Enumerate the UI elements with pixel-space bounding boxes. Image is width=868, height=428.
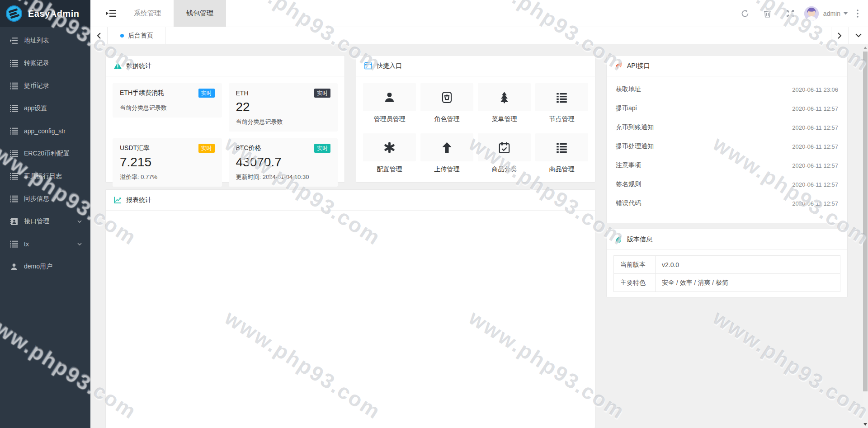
api-item-get-address[interactable]: 获取地址 2020-06-11 23:06 — [616, 80, 838, 99]
sidebar-item-tool-logs[interactable]: 工具运行日志 — [0, 165, 90, 188]
leaf-icon — [615, 235, 623, 243]
refresh-icon — [741, 9, 749, 18]
quick-entry-product-category[interactable]: 商品分类 — [478, 133, 531, 174]
quick-entry-admins[interactable]: 管理员管理 — [363, 83, 416, 123]
chevron-left-icon — [97, 33, 101, 39]
quick-entry-config[interactable]: 配置管理 — [363, 133, 416, 174]
quick-entry-uploads[interactable]: 上传管理 — [420, 133, 473, 174]
panel-data-statistics: 数据统计 ETH手续费消耗 实时 当前分类总记录数 ETH — [105, 55, 345, 183]
realtime-badge: 实时 — [314, 89, 330, 98]
top-tab-system[interactable]: 系统管理 — [121, 0, 174, 27]
panel-title: 快捷入口 — [377, 62, 402, 70]
sidebar-item-erc20-config[interactable]: ERC20币种配置 — [0, 142, 90, 165]
window-icon — [364, 62, 372, 70]
panel-quick-entry-header: 快捷入口 — [356, 56, 595, 76]
topbar-actions: admin — [734, 0, 868, 27]
quick-entry-products[interactable]: 商品管理 — [535, 133, 588, 174]
realtime-badge: 实时 — [314, 144, 330, 153]
page-tab-strip: 后台首页 — [90, 27, 868, 44]
panel-data-statistics-header: 数据统计 — [106, 56, 344, 76]
sidebar-item-transfer-records[interactable]: 转账记录 — [0, 52, 90, 75]
vertical-scrollbar[interactable] — [863, 44, 868, 428]
tab-scroll-left-button[interactable] — [90, 27, 108, 44]
version-table: 当前版本 v2.0.0 主要特色 安全 / 效率 / 清爽 / 极简 — [613, 255, 840, 292]
left-columns: 数据统计 ETH手续费消耗 实时 当前分类总记录数 ETH — [105, 55, 595, 428]
stat-card-eth: ETH 实时 22 当前分类总记录数 — [229, 83, 338, 132]
quick-entry-roles[interactable]: 角色管理 — [420, 83, 473, 123]
api-item-signature-rules[interactable]: 签名规则 2020-06-11 12:57 — [616, 175, 838, 194]
tab-home[interactable]: 后台首页 — [108, 27, 166, 44]
realtime-badge: 实时 — [198, 89, 215, 98]
top-bar: 系统管理 钱包管理 — [90, 0, 868, 27]
panel-api-header: API接口 — [607, 56, 847, 76]
scrollbar-up-arrow[interactable] — [863, 45, 868, 51]
chart-line-icon — [114, 196, 122, 204]
tab-options-button[interactable] — [848, 27, 868, 44]
sidebar-menu: 地址列表 转账记录 提币记录 app设置 app_config_str ERC2… — [0, 27, 90, 278]
list-icon — [556, 141, 568, 154]
realtime-badge: 实时 — [198, 144, 215, 153]
list-icon — [10, 195, 18, 202]
quick-entry-grid: 管理员管理 角色管理 菜单管理 节点管理 — [356, 76, 595, 180]
user-menu[interactable]: admin — [804, 6, 848, 21]
more-menu-button[interactable] — [848, 0, 867, 27]
sidebar-item-app-config-str[interactable]: app_config_str — [0, 120, 90, 142]
tab-scroll-right-button[interactable] — [831, 27, 848, 44]
sidebar-item-demo-user[interactable]: demo用户 — [0, 255, 90, 278]
api-list: 获取地址 2020-06-11 23:06 提币api 2020-06-11 1… — [607, 76, 847, 213]
quick-entry-menus[interactable]: 菜单管理 — [478, 83, 531, 123]
sidebar: EasyAdmin 地址列表 转账记录 提币记录 app设置 app_confi… — [0, 0, 90, 428]
sidebar-item-address-list[interactable]: 地址列表 — [0, 29, 90, 52]
top-tab-wallet[interactable]: 钱包管理 — [174, 0, 226, 27]
main-area: 系统管理 钱包管理 — [90, 0, 868, 428]
menu-fold-icon — [10, 37, 18, 44]
scrollbar-down-arrow[interactable] — [863, 422, 868, 427]
list-icon — [10, 150, 18, 157]
api-item-notes[interactable]: 注意事项 2020-06-11 12:57 — [616, 156, 838, 175]
panel-quick-entry: 快捷入口 管理员管理 角色管理 菜单管理 — [356, 55, 595, 183]
sidebar-item-app-settings[interactable]: app设置 — [0, 97, 90, 120]
api-item-withdraw-notify[interactable]: 提币处理通知 2020-06-11 12:57 — [616, 137, 838, 156]
sidebar-item-withdraw-records[interactable]: 提币记录 — [0, 75, 90, 97]
sidebar-item-api-management[interactable]: 接口管理 — [0, 210, 90, 233]
api-item-withdraw-api[interactable]: 提币api 2020-06-11 12:57 — [616, 99, 838, 118]
panel-version: 版本信息 当前版本 v2.0.0 主要特色 安全 / 效率 / 清爽 / 极简 — [606, 229, 848, 297]
scrollbar-thumb[interactable] — [863, 52, 868, 391]
list-icon — [556, 91, 568, 103]
fullscreen-icon — [786, 9, 794, 18]
caret-down-icon — [843, 12, 848, 15]
api-item-deposit-notify[interactable]: 充币到账通知 2020-06-11 12:57 — [616, 118, 838, 137]
avatar — [804, 6, 819, 21]
panel-title: 版本信息 — [627, 235, 652, 244]
panel-title: 数据统计 — [126, 62, 151, 70]
app-title: EasyAdmin — [28, 9, 79, 19]
panel-version-header: 版本信息 — [607, 229, 847, 250]
panel-api: API接口 获取地址 2020-06-11 23:06 提币api 2020-0… — [606, 55, 848, 223]
app-logo[interactable]: EasyAdmin — [0, 0, 90, 27]
panel-report-statistics: 报表统计 — [105, 189, 595, 428]
sidebar-item-tx[interactable]: tx — [0, 233, 90, 255]
stat-value: 7.215 — [120, 154, 215, 170]
tab-home-label: 后台首页 — [128, 32, 153, 40]
api-item-error-codes[interactable]: 错误代码 2020-06-11 12:57 — [616, 194, 838, 213]
warning-triangle-icon — [114, 62, 122, 70]
quick-entry-nodes[interactable]: 节点管理 — [535, 83, 588, 123]
sidebar-item-sync-info[interactable]: 同步信息 — [0, 188, 90, 210]
chevron-down-icon — [77, 219, 82, 224]
sidebar-fold-button[interactable] — [100, 0, 121, 27]
fullscreen-button[interactable] — [779, 0, 802, 27]
dashboard-content: 数据统计 ETH手续费消耗 实时 当前分类总记录数 ETH — [90, 44, 868, 428]
list-icon — [10, 82, 18, 89]
address-book-icon — [10, 218, 18, 225]
stat-value: 22 — [236, 99, 331, 115]
easyadmin-logo-icon — [5, 5, 23, 22]
tab-strip-spacer — [166, 27, 831, 44]
chevron-right-icon — [838, 33, 842, 39]
vertical-dots-icon — [857, 9, 859, 18]
clear-cache-button[interactable] — [756, 0, 779, 27]
panel-title: API接口 — [627, 62, 650, 70]
right-column: API接口 获取地址 2020-06-11 23:06 提币api 2020-0… — [606, 55, 848, 428]
list-icon — [10, 105, 18, 112]
refresh-button[interactable] — [734, 0, 756, 27]
tree-icon — [498, 91, 510, 103]
